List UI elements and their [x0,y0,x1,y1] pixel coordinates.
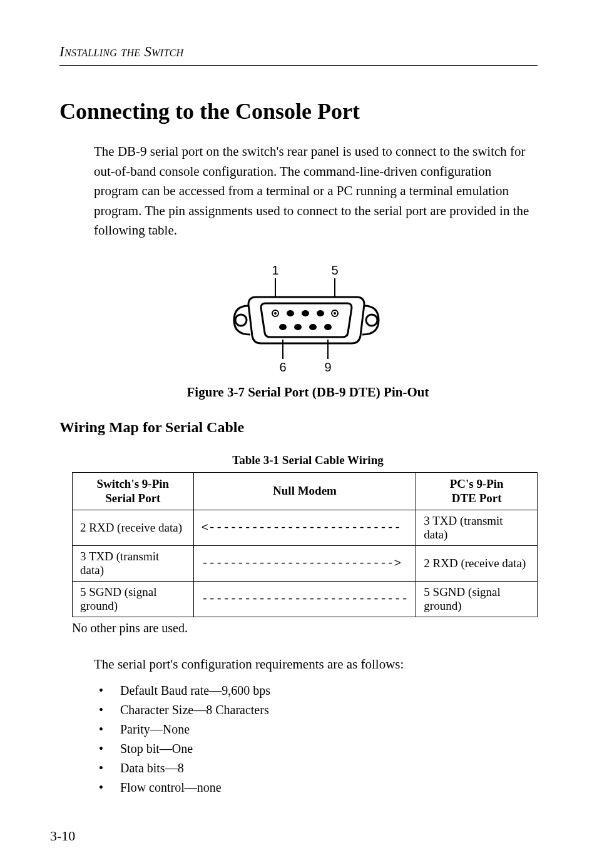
serial-cable-wiring-table: Switch's 9-PinSerial Port Null Modem PC'… [72,472,538,618]
svg-point-13 [279,324,287,330]
svg-point-16 [324,324,332,330]
svg-point-5 [366,315,377,326]
cell: 5 SGND (signal ground) [416,582,538,617]
cell: 2 RXD (receive data) [73,510,194,546]
svg-point-4 [235,315,247,326]
svg-point-10 [317,310,324,316]
cell: 3 TXD (transmit data) [416,510,538,546]
list-item: Stop bit—One [94,739,538,759]
list-item: Default Baud rate—9,600 bps [94,681,538,700]
header-rule [59,65,538,66]
col-header-switch: Switch's 9-PinSerial Port [73,472,194,510]
list-item: Character Size—8 Characters [94,700,538,720]
section-heading-wiring: Wiring Map for Serial Cable [59,419,538,436]
page-title: Connecting to the Console Port [59,98,538,124]
svg-point-12 [334,312,336,315]
svg-point-9 [302,310,309,316]
cell: 5 SGND (signal ground) [73,582,194,617]
svg-point-15 [309,324,317,330]
cell: 2 RXD (receive data) [416,546,538,582]
svg-text:6: 6 [279,360,286,374]
cell: 3 TXD (transmit data) [73,546,194,582]
table-caption: Table 3-1 Serial Cable Wiring [69,453,547,467]
cell-arrow: ----------------------------- [193,582,416,617]
figure-caption: Figure 3-7 Serial Port (DB-9 DTE) Pin-Ou… [69,385,547,400]
config-list: Default Baud rate—9,600 bps Character Si… [94,681,538,797]
cell-arrow: ---------------------------> [193,546,416,582]
svg-point-14 [294,324,302,330]
running-header: Installing the Switch [59,44,538,60]
svg-text:9: 9 [324,360,331,374]
list-item: Data bits—8 [94,759,538,778]
table-row: 3 TXD (transmit data) ------------------… [73,546,538,582]
db9-connector-icon: 1 5 6 9 [230,262,386,375]
table-row: 5 SGND (signal ground) -----------------… [73,582,538,617]
col-header-nullmodem: Null Modem [193,472,416,510]
table-note: No other pins are used. [72,621,538,635]
svg-text:1: 1 [272,263,278,277]
svg-point-8 [287,310,294,316]
cell-arrow: <--------------------------- [193,510,416,546]
config-intro: The serial port's configuration requirem… [94,657,538,672]
list-item: Flow control—none [94,778,538,797]
table-row: 2 RXD (receive data) <------------------… [73,510,538,546]
page-number: 3-10 [50,828,75,844]
svg-point-7 [274,312,277,315]
svg-text:5: 5 [331,263,338,277]
figure-db9: 1 5 6 9 [69,262,547,377]
list-item: Parity—None [94,720,538,739]
col-header-pc: PC's 9-PinDTE Port [416,472,538,510]
intro-paragraph: The DB-9 serial port on the switch's rea… [94,142,538,241]
